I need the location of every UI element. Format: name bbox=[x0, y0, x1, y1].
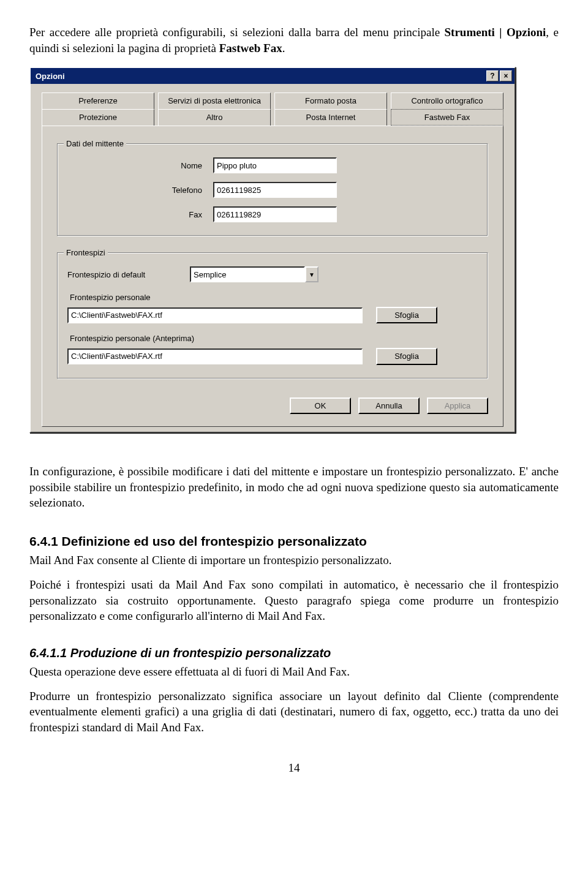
default-front-label: Frontespizio di default bbox=[67, 269, 190, 281]
intro-bold-2: Fastweb Fax bbox=[219, 42, 282, 55]
browse-personal-button[interactable]: Sfoglia bbox=[376, 307, 437, 324]
intro-text-1: Per accedere alle proprietà configurabil… bbox=[29, 26, 445, 39]
intro-text-3: . bbox=[282, 42, 285, 55]
ok-button[interactable]: OK bbox=[290, 397, 351, 415]
titlebar: Opzioni ? × bbox=[31, 68, 514, 84]
tab-panel: Dati del mittente Nome Telefono Fax Fron… bbox=[42, 126, 503, 427]
close-icon: × bbox=[503, 72, 508, 80]
tab-altro[interactable]: Altro bbox=[158, 109, 271, 126]
preview-front-label: Frontespizio personale (Anteprima) bbox=[70, 333, 478, 344]
p-6411-1: Questa operazione deve essere effettuata… bbox=[29, 664, 559, 680]
tab-servizi-posta[interactable]: Servizi di posta elettronica bbox=[158, 92, 271, 109]
page-number: 14 bbox=[29, 760, 559, 776]
dialog-buttons: OK Annulla Applica bbox=[57, 395, 488, 416]
fax-label: Fax bbox=[67, 209, 213, 220]
intro-bold-1: Strumenti | Opzioni bbox=[445, 26, 546, 39]
fax-input[interactable] bbox=[213, 206, 337, 222]
close-button[interactable]: × bbox=[500, 70, 512, 81]
phone-label: Telefono bbox=[67, 185, 213, 196]
p-641-1: Mail And Fax consente al Cliente di impo… bbox=[29, 552, 559, 568]
p-6411-2: Produrre un frontespizio personalizzato … bbox=[29, 688, 559, 736]
options-dialog: Opzioni ? × Protezione Altro Posta Inter… bbox=[29, 67, 516, 433]
personal-front-label: Frontespizio personale bbox=[70, 292, 478, 303]
name-input[interactable] bbox=[213, 157, 337, 173]
tab-fastweb-fax[interactable]: Fastweb Fax bbox=[391, 109, 503, 126]
group-frontespizi-legend: Frontespizi bbox=[64, 247, 108, 258]
group-sender: Dati del mittente Nome Telefono Fax bbox=[57, 143, 488, 236]
help-button[interactable]: ? bbox=[486, 70, 499, 81]
help-icon: ? bbox=[490, 72, 494, 80]
p-641-2: Poiché i frontespizi usati da Mail And F… bbox=[29, 577, 559, 624]
apply-button: Applica bbox=[427, 397, 488, 415]
tab-protezione[interactable]: Protezione bbox=[42, 109, 154, 126]
cancel-button[interactable]: Annulla bbox=[358, 397, 420, 415]
heading-6411: 6.4.1.1 Produzione di un frontespizio pe… bbox=[29, 645, 559, 661]
config-paragraph: In configurazione, è possibile modificar… bbox=[29, 464, 559, 511]
tab-controllo-ortografico[interactable]: Controllo ortografico bbox=[391, 92, 503, 109]
default-front-combo[interactable]: ▼ bbox=[190, 266, 318, 282]
tab-formato-posta[interactable]: Formato posta bbox=[274, 92, 387, 109]
default-front-value[interactable] bbox=[190, 266, 305, 282]
heading-641: 6.4.1 Definizione ed uso del frontespizi… bbox=[29, 533, 559, 550]
group-sender-legend: Dati del mittente bbox=[64, 138, 126, 149]
phone-input[interactable] bbox=[213, 182, 337, 198]
dialog-title: Opzioni bbox=[36, 71, 65, 82]
browse-preview-button[interactable]: Sfoglia bbox=[376, 348, 437, 365]
tab-preferenze[interactable]: Preferenze bbox=[42, 92, 154, 109]
preview-front-path[interactable] bbox=[67, 348, 363, 364]
personal-front-path[interactable] bbox=[67, 307, 363, 323]
name-label: Nome bbox=[67, 160, 213, 171]
chevron-down-icon[interactable]: ▼ bbox=[305, 266, 318, 282]
intro-paragraph: Per accedere alle proprietà configurabil… bbox=[29, 24, 559, 56]
tab-strip: Protezione Altro Posta Internet Fastweb … bbox=[42, 92, 503, 126]
group-frontespizi: Frontespizi Frontespizio di default ▼ Fr… bbox=[57, 252, 488, 378]
tab-posta-internet[interactable]: Posta Internet bbox=[274, 109, 387, 126]
